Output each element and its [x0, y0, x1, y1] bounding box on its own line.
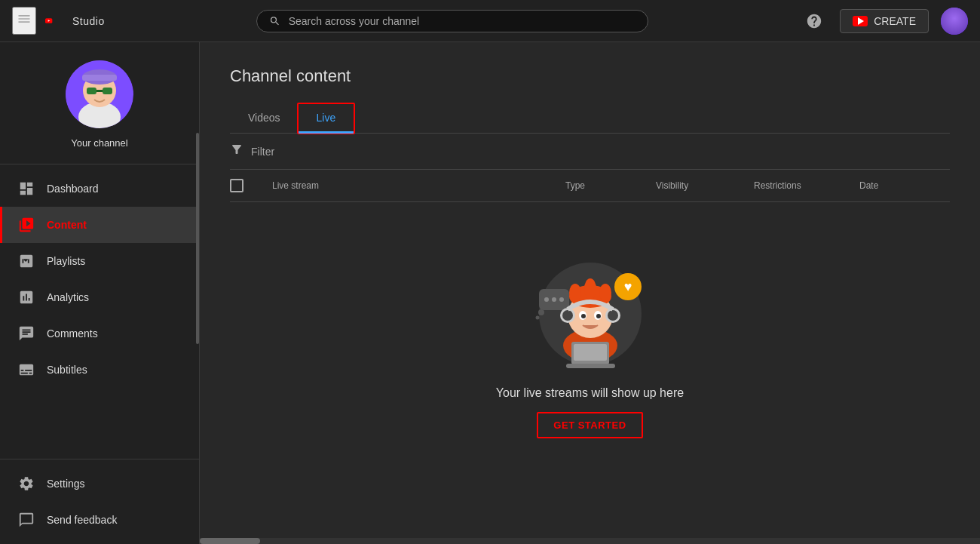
select-all-checkbox[interactable]: [230, 179, 243, 192]
sidebar-item-comments[interactable]: Comments: [0, 315, 199, 352]
videos-tab-label: Videos: [248, 112, 280, 124]
svg-rect-34: [574, 344, 607, 361]
sidebar-item-dashboard[interactable]: Dashboard: [0, 171, 199, 207]
channel-section: Your channel: [0, 42, 199, 164]
avatar[interactable]: [941, 8, 968, 35]
create-button[interactable]: CREATE: [840, 9, 929, 33]
get-started-label: GET STARTED: [553, 420, 626, 431]
table-header: Live stream Type Visibility Restrictions…: [230, 170, 950, 202]
feedback-label: Send feedback: [47, 514, 117, 526]
filter-label: Filter: [251, 146, 274, 158]
dashboard-label: Dashboard: [47, 183, 99, 195]
studio-label: Studio: [72, 15, 105, 27]
svg-point-22: [569, 284, 581, 302]
svg-point-24: [599, 284, 611, 302]
tabs: Videos Live: [230, 104, 950, 134]
hamburger-button[interactable]: [12, 7, 36, 35]
content-area: Channel content Videos Live Filter: [200, 42, 980, 544]
logo-container[interactable]: Studio: [45, 13, 105, 29]
sidebar-item-settings[interactable]: Settings: [0, 466, 199, 502]
sidebar: Your channel Dashboard Content: [0, 42, 200, 544]
comments-label: Comments: [47, 327, 98, 340]
comments-icon: [18, 325, 35, 342]
svg-point-31: [581, 314, 586, 318]
col-stream-header: Live stream: [266, 180, 565, 191]
help-icon: [806, 13, 822, 29]
col-type-header: Type: [565, 180, 656, 191]
empty-state: ♥: [230, 202, 950, 484]
search-input[interactable]: [289, 15, 636, 27]
empty-illustration: ♥: [530, 247, 651, 368]
nav-items: Dashboard Content Playlists: [0, 164, 199, 394]
page-title: Channel content: [230, 66, 950, 86]
sidebar-item-content[interactable]: Content: [0, 207, 199, 243]
avatar-image: [941, 8, 968, 35]
content-icon: [18, 217, 35, 233]
search-icon: [269, 15, 280, 27]
svg-point-12: [538, 309, 544, 315]
create-label: CREATE: [874, 15, 916, 27]
scrollbar-thumb[interactable]: [200, 538, 260, 544]
horizontal-scrollbar[interactable]: [200, 538, 980, 544]
help-button[interactable]: [801, 8, 828, 35]
svg-point-14: [544, 297, 549, 302]
topnav-left: Studio: [12, 7, 105, 35]
settings-icon: [18, 475, 35, 492]
search-container[interactable]: [256, 10, 648, 32]
youtube-logo-icon: [45, 13, 68, 29]
svg-point-32: [596, 314, 601, 318]
analytics-icon: [18, 289, 35, 306]
svg-point-23: [584, 278, 596, 300]
sidebar-bottom: Settings Send feedback: [0, 459, 199, 544]
search-bar: [105, 10, 801, 32]
playlists-icon: [18, 253, 35, 269]
scroll-indicator: [196, 133, 199, 344]
col-visibility-header: Visibility: [656, 180, 754, 191]
topnav: Studio CREATE: [0, 0, 980, 42]
topnav-right: CREATE: [801, 8, 968, 35]
tab-live[interactable]: Live: [299, 104, 354, 133]
svg-point-13: [535, 316, 539, 320]
svg-rect-6: [82, 75, 117, 81]
subtitles-icon: [18, 361, 35, 378]
svg-point-26: [562, 310, 573, 321]
col-check: [230, 179, 266, 192]
svg-rect-7: [87, 88, 96, 94]
dashboard-icon: [18, 180, 35, 197]
channel-name: Your channel: [71, 137, 127, 149]
create-video-icon: [853, 16, 868, 26]
live-tab-label: Live: [317, 112, 336, 124]
feedback-icon: [18, 512, 35, 528]
main-layout: Your channel Dashboard Content: [0, 42, 980, 544]
sidebar-item-subtitles[interactable]: Subtitles: [0, 352, 199, 388]
tab-videos[interactable]: Videos: [230, 104, 299, 133]
empty-message: Your live streams will show up here: [496, 386, 684, 400]
sidebar-item-feedback[interactable]: Send feedback: [0, 502, 199, 538]
sidebar-item-analytics[interactable]: Analytics: [0, 279, 199, 315]
svg-point-15: [552, 297, 556, 302]
svg-point-16: [559, 297, 564, 302]
channel-avatar-svg: [66, 60, 133, 128]
get-started-button[interactable]: GET STARTED: [537, 412, 642, 438]
col-date-header: Date: [859, 180, 950, 191]
svg-rect-9: [96, 90, 103, 92]
svg-point-28: [608, 310, 618, 321]
filter-bar[interactable]: Filter: [230, 134, 950, 170]
analytics-label: Analytics: [47, 291, 89, 303]
subtitles-label: Subtitles: [47, 364, 87, 376]
col-restrictions-header: Restrictions: [754, 180, 859, 191]
settings-label: Settings: [47, 478, 85, 490]
channel-avatar[interactable]: [66, 60, 133, 128]
content-label: Content: [47, 219, 87, 231]
empty-illustration-svg: ♥: [530, 247, 651, 368]
sidebar-item-playlists[interactable]: Playlists: [0, 243, 199, 279]
svg-rect-35: [566, 364, 615, 368]
filter-icon: [230, 143, 243, 160]
playlists-label: Playlists: [47, 255, 85, 267]
svg-rect-8: [103, 88, 112, 94]
svg-text:♥: ♥: [623, 279, 632, 294]
